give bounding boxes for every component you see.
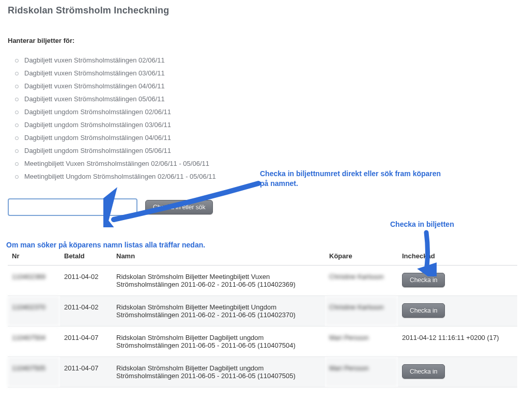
ticket-type-item: Dagbiljett vuxen Strömsholmstälingen 05/… (13, 92, 517, 105)
cell-name: Ridskolan Strömsholm Biljetter Meetingbi… (112, 266, 325, 296)
cell-nr: 110402370 (8, 296, 60, 326)
ticket-type-item: Meetingbiljett Ungdom Strömsholmstälinge… (13, 170, 517, 183)
table-row: 1104075042011-04-07Ridskolan Strömsholm … (8, 326, 517, 357)
cell-checked: Checka in (398, 266, 517, 296)
col-nr: Nr (8, 247, 60, 266)
ticket-type-item: Dagbiljett ungdom Strömsholmstälingen 04… (13, 131, 517, 144)
checkin-button[interactable]: Checka in (402, 273, 445, 287)
ticket-type-list: Dagbiljett vuxen Strömsholmstälingen 02/… (8, 54, 517, 183)
cell-checked: 2011-04-12 11:16:11 +0200 (17) (398, 326, 517, 357)
col-name: Namn (112, 247, 325, 266)
cell-buyer: Christine Karlsson (325, 266, 398, 296)
col-paid: Betald (60, 247, 112, 266)
search-input[interactable] (8, 198, 137, 216)
search-button[interactable]: Checka in eller sök (145, 200, 213, 214)
cell-paid: 2011-04-07 (60, 326, 112, 357)
ticket-type-item: Dagbiljett vuxen Strömsholmstälingen 02/… (13, 54, 517, 67)
checkin-button[interactable]: Checka in (402, 364, 445, 379)
table-row: 1104023702011-04-02Ridskolan Strömsholm … (8, 296, 517, 326)
cell-nr: 110402369 (8, 266, 60, 296)
table-row: 1104023692011-04-02Ridskolan Strömsholm … (8, 266, 517, 296)
checkin-button[interactable]: Checka in (402, 303, 445, 318)
table-row: 1104075052011-04-07Ridskolan Strömsholm … (8, 357, 517, 387)
cell-paid: 2011-04-07 (60, 357, 112, 387)
cell-name: Ridskolan Strömsholm Biljetter Dagbiljet… (112, 357, 325, 387)
cell-nr: 110407504 (8, 326, 60, 357)
page-title: Ridskolan Strömsholm Incheckning (8, 5, 517, 16)
cell-name: Ridskolan Strömsholm Biljetter Meetingbi… (112, 296, 325, 326)
ticket-type-item: Meetingbiljett Vuxen Strömsholmstälingen… (13, 157, 517, 170)
col-checked: Incheckad (398, 247, 517, 266)
ticket-type-item: Dagbiljett ungdom Strömsholmstälingen 03… (13, 118, 517, 131)
annotation-checkin: Checka in biljetten (390, 220, 454, 229)
cell-checked: Checka in (398, 296, 517, 326)
ticket-type-item: Dagbiljett ungdom Strömsholmstälingen 02… (13, 105, 517, 118)
ticket-type-item: Dagbiljett vuxen Strömsholmstälingen 03/… (13, 67, 517, 80)
results-table: Nr Betald Namn Köpare Incheckad 11040236… (8, 247, 517, 387)
cell-nr: 110407505 (8, 357, 60, 387)
managing-label: Hanterar biljetter för: (8, 37, 517, 44)
cell-buyer: Mari Persson (325, 357, 398, 387)
cell-paid: 2011-04-02 (60, 266, 112, 296)
cell-name: Ridskolan Strömsholm Biljetter Dagbiljet… (112, 326, 325, 357)
col-buyer: Köpare (325, 247, 398, 266)
ticket-type-item: Dagbiljett vuxen Strömsholmstälingen 04/… (13, 80, 517, 92)
cell-buyer: Mari Persson (325, 326, 398, 357)
cell-checked: Checka in (398, 357, 517, 387)
cell-buyer: Christine Karlsson (325, 296, 398, 326)
ticket-type-item: Dagbiljett ungdom Strömsholmstälingen 05… (13, 144, 517, 157)
cell-paid: 2011-04-02 (60, 296, 112, 326)
